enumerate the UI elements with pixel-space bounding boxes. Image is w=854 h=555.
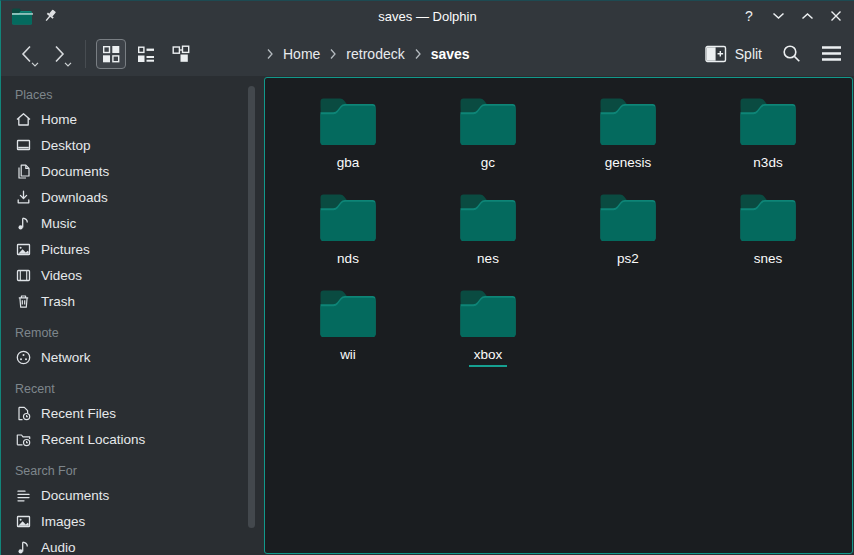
window-title: saves — Dolphin: [1, 9, 854, 24]
folder-item-gc[interactable]: gc: [418, 97, 558, 193]
sidebar-item-label: Home: [41, 112, 77, 127]
search-button[interactable]: [781, 43, 802, 64]
arrow-forward-icon: [52, 44, 67, 64]
downloads-icon: [15, 189, 32, 206]
chevron-down-icon: [772, 12, 785, 20]
sidebar-item-recent-files[interactable]: Recent Files: [1, 400, 264, 426]
sidebar-item-downloads[interactable]: Downloads: [1, 184, 264, 210]
minimize-button[interactable]: [770, 8, 786, 24]
folder-name: ps2: [612, 251, 644, 271]
sidebar-item-label: Music: [41, 216, 76, 231]
breadcrumb-chevron-icon: [266, 48, 274, 60]
toolbar: Home retrodeck saves Split: [1, 31, 854, 76]
forward-button[interactable]: [46, 38, 72, 70]
sidebar-item-search-documents[interactable]: Documents: [1, 482, 264, 508]
hamburger-icon: [821, 45, 842, 62]
folder-item-nds[interactable]: nds: [278, 193, 418, 289]
breadcrumb-item-retrodeck[interactable]: retrodeck: [346, 46, 404, 62]
sidebar-item-home[interactable]: Home: [1, 106, 264, 132]
sidebar-item-label: Trash: [41, 294, 75, 309]
sidebar-item-label: Pictures: [41, 242, 90, 257]
forward-dropdown-icon: [64, 62, 72, 67]
toolbar-right-group: Split: [705, 31, 842, 76]
sidebar-item-recent-locations[interactable]: Recent Locations: [1, 426, 264, 452]
recent-files-icon: [15, 405, 32, 422]
folder-name: genesis: [600, 155, 657, 175]
folder-item-xbox[interactable]: xbox: [418, 289, 558, 385]
folder-name: xbox: [469, 347, 508, 367]
split-button[interactable]: Split: [705, 45, 762, 63]
details-view-button[interactable]: [131, 39, 161, 69]
sidebar-item-label: Desktop: [41, 138, 91, 153]
sidebar-item-label: Downloads: [41, 190, 108, 205]
sidebar-item-trash[interactable]: Trash: [1, 288, 264, 314]
sidebar-item-videos[interactable]: Videos: [1, 262, 264, 288]
split-button-label: Split: [735, 46, 762, 62]
sidebar-item-music[interactable]: Music: [1, 210, 264, 236]
folder-item-gba[interactable]: gba: [278, 97, 418, 193]
help-button[interactable]: ?: [741, 8, 757, 24]
folder-item-nes[interactable]: nes: [418, 193, 558, 289]
sidebar-scrollbar-thumb[interactable]: [248, 86, 255, 528]
folder-item-n3ds[interactable]: n3ds: [698, 97, 838, 193]
folder-item-snes[interactable]: snes: [698, 193, 838, 289]
folder-icon: [459, 289, 517, 339]
audio-icon: [15, 539, 32, 555]
folder-name: snes: [749, 251, 788, 271]
breadcrumb-item-home[interactable]: Home: [283, 46, 320, 62]
folder-icon: [739, 193, 797, 243]
folder-icon: [459, 193, 517, 243]
back-button[interactable]: [13, 38, 39, 70]
music-icon: [15, 215, 32, 232]
folder-icon: [319, 97, 377, 147]
sidebar-item-label: Audio: [41, 540, 76, 555]
titlebar[interactable]: saves — Dolphin ?: [1, 1, 854, 31]
tree-view-icon: [171, 44, 191, 64]
breadcrumb-chevron-icon: [414, 48, 422, 60]
folder-name: gc: [476, 155, 500, 175]
menu-button[interactable]: [821, 45, 842, 62]
home-icon: [15, 111, 32, 128]
folder-icon: [459, 97, 517, 147]
sidebar-item-label: Documents: [41, 164, 109, 179]
breadcrumb-item-saves[interactable]: saves: [431, 46, 470, 62]
maximize-button[interactable]: [799, 8, 815, 24]
section-header-search-for: Search For: [1, 460, 264, 482]
document-lines-icon: [15, 487, 32, 504]
folder-grid: gba gc genesis n3ds nds: [265, 78, 852, 385]
sidebar-item-desktop[interactable]: Desktop: [1, 132, 264, 158]
desktop-icon: [15, 137, 32, 154]
icons-view-button[interactable]: [96, 39, 126, 69]
sidebar-item-label: Recent Files: [41, 406, 116, 421]
back-dropdown-icon: [31, 62, 39, 67]
folder-icon: [319, 289, 377, 339]
pin-icon: [42, 8, 58, 24]
tree-view-button[interactable]: [166, 39, 196, 69]
sidebar-item-label: Videos: [41, 268, 82, 283]
folder-icon: [599, 193, 657, 243]
pictures-icon: [15, 241, 32, 258]
sidebar-item-search-audio[interactable]: Audio: [1, 534, 264, 555]
close-button[interactable]: [828, 8, 844, 24]
sidebar-item-label: Recent Locations: [41, 432, 145, 447]
folder-item-ps2[interactable]: ps2: [558, 193, 698, 289]
icons-view-icon: [101, 44, 121, 64]
section-header-places: Places: [1, 84, 264, 106]
dolphin-window: saves — Dolphin ?: [0, 0, 854, 555]
folder-view[interactable]: gba gc genesis n3ds nds: [264, 77, 853, 554]
places-panel: Places Home Desktop Documents Downloads …: [1, 76, 264, 555]
trash-icon: [15, 293, 32, 310]
sidebar-item-pictures[interactable]: Pictures: [1, 236, 264, 262]
sidebar-item-documents[interactable]: Documents: [1, 158, 264, 184]
details-view-icon: [136, 44, 156, 64]
sidebar-item-search-images[interactable]: Images: [1, 508, 264, 534]
toolbar-separator: [85, 40, 86, 68]
sidebar-item-label: Documents: [41, 488, 109, 503]
folder-item-genesis[interactable]: genesis: [558, 97, 698, 193]
network-icon: [15, 349, 32, 366]
help-icon: ?: [745, 8, 753, 24]
folder-item-wii[interactable]: wii: [278, 289, 418, 385]
documents-icon: [15, 163, 32, 180]
folder-icon: [319, 193, 377, 243]
sidebar-item-network[interactable]: Network: [1, 344, 264, 370]
